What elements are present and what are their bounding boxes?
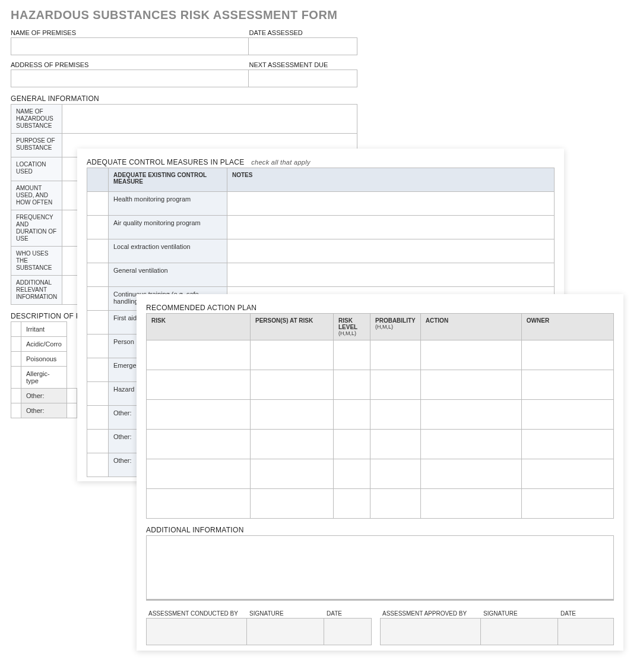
- input-date-2[interactable]: [558, 618, 614, 645]
- label-date: DATE: [558, 609, 614, 618]
- ctrl-check[interactable]: [87, 287, 109, 311]
- heading-additional-info: ADDITIONAL INFORMATION: [146, 526, 614, 534]
- hz-label: Acidic/Corro: [21, 337, 67, 352]
- ctrl-check[interactable]: [87, 358, 109, 382]
- gi-label: NAME OF HAZARDOUS SUBSTANCE: [11, 105, 62, 134]
- ctrl-check[interactable]: [87, 216, 109, 239]
- form-title: HAZARDOUS SUBSTANCES RISK ASSESSMENT FOR…: [11, 8, 357, 22]
- hz-check[interactable]: [11, 403, 21, 418]
- label-date-assessed: DATE ASSESSED: [249, 28, 358, 37]
- ap-row: [147, 400, 614, 430]
- label-signature: SIGNATURE: [247, 609, 324, 618]
- table-hazard: Irritant Acidic/Corro Poisonous Allergic…: [11, 321, 77, 418]
- label-conducted-by: ASSESSMENT CONDUCTED BY: [146, 609, 247, 618]
- ctrl-check[interactable]: [87, 382, 109, 406]
- ctrl-check[interactable]: [87, 239, 109, 263]
- ap-h-prob: PROBABILITY(H,M,L): [370, 314, 421, 340]
- label-date: DATE: [324, 609, 372, 618]
- ctrl-notes[interactable]: [227, 263, 555, 287]
- ctrl-header-notes: NOTES: [227, 168, 555, 192]
- input-date-1[interactable]: [324, 618, 372, 645]
- gi-label: FREQUENCY AND DURATION OF USE: [11, 210, 62, 247]
- ctrl-check[interactable]: [87, 430, 109, 453]
- gi-label: WHO USES THE SUBSTANCE: [11, 247, 62, 276]
- input-signature-1[interactable]: [247, 618, 324, 645]
- input-conducted-by[interactable]: [146, 618, 247, 645]
- ctrl-check[interactable]: [87, 406, 109, 430]
- ap-row: [147, 489, 614, 519]
- input-address-premises[interactable]: [11, 70, 249, 87]
- heading-general-info: GENERAL INFORMATION: [11, 94, 357, 103]
- ctrl-check[interactable]: [87, 335, 109, 358]
- input-name-premises[interactable]: [11, 37, 249, 55]
- ctrl-check[interactable]: [87, 453, 109, 477]
- label-signature: SIGNATURE: [481, 609, 558, 618]
- ctrl-header-chk: [87, 168, 109, 192]
- gi-label: AMOUNT USED, AND HOW OFTEN: [11, 181, 62, 210]
- label-name-premises: NAME OF PREMISES: [11, 28, 249, 37]
- hz-other-value[interactable]: [66, 403, 77, 418]
- hz-label: Allergic-type: [21, 367, 67, 389]
- label-next-due: NEXT ASSESSMENT DUE: [249, 60, 358, 70]
- ctrl-measure: Local extraction ventilation: [109, 239, 227, 263]
- hz-check[interactable]: [11, 337, 21, 352]
- gi-label: ADDITIONAL RELEVANT INFORMATION: [11, 276, 62, 305]
- hz-label: Irritant: [21, 322, 67, 337]
- ctrl-notes[interactable]: [227, 192, 555, 216]
- hz-check[interactable]: [11, 352, 21, 367]
- input-date-assessed[interactable]: [249, 37, 357, 55]
- input-next-due[interactable]: [249, 70, 357, 87]
- hz-check[interactable]: [11, 322, 21, 337]
- heading-action-plan: RECOMMENDED ACTION PLAN: [146, 304, 614, 312]
- table-action-plan: RISK PERSON(S) AT RISK RISK LEVEL(H,M,L)…: [146, 313, 614, 519]
- ap-h-persons: PERSON(S) AT RISK: [251, 314, 334, 340]
- heading-text: ADEQUATE CONTROL MEASURES IN PLACE: [87, 158, 245, 166]
- ap-row: [147, 370, 614, 400]
- gi-value[interactable]: [62, 105, 357, 134]
- ap-h-action: ACTION: [420, 314, 521, 340]
- input-signature-2[interactable]: [481, 618, 558, 645]
- input-approved-by[interactable]: [380, 618, 481, 645]
- ctrl-check[interactable]: [87, 311, 109, 335]
- ctrl-notes[interactable]: [227, 239, 555, 263]
- ctrl-check[interactable]: [87, 263, 109, 287]
- hz-other-value[interactable]: [66, 389, 77, 403]
- page-3: RECOMMENDED ACTION PLAN RISK PERSON(S) A…: [137, 294, 623, 651]
- heading-instr: check all that apply: [251, 159, 311, 166]
- ctrl-measure: General ventilation: [109, 263, 227, 287]
- input-additional-info[interactable]: [146, 535, 614, 601]
- ap-h-risk: RISK: [147, 314, 251, 340]
- ap-row: [147, 340, 614, 370]
- ctrl-measure: Health monitoring program: [109, 192, 227, 216]
- label-address-premises: ADDRESS OF PREMISES: [11, 60, 249, 70]
- hz-check[interactable]: [11, 389, 21, 403]
- ctrl-check[interactable]: [87, 192, 109, 216]
- ctrl-notes[interactable]: [227, 216, 555, 239]
- hz-check[interactable]: [11, 367, 21, 389]
- gi-label: LOCATION USED: [11, 157, 62, 181]
- ap-h-risklevel: RISK LEVEL(H,M,L): [334, 314, 370, 340]
- ctrl-header-measure: ADEQUATE EXISTING CONTROL MEASURE: [109, 168, 227, 192]
- gi-label: PURPOSE OF SUBSTANCE: [11, 134, 62, 157]
- ap-row: [147, 430, 614, 459]
- hz-other-label: Other:: [21, 403, 67, 418]
- hz-label: Poisonous: [21, 352, 67, 367]
- hz-other-label: Other:: [21, 389, 67, 403]
- ap-row: [147, 459, 614, 489]
- ap-h-owner: OWNER: [521, 314, 613, 340]
- label-approved-by: ASSESSMENT APPROVED BY: [380, 609, 481, 618]
- heading-control-measures: ADEQUATE CONTROL MEASURES IN PLACE check…: [87, 158, 555, 166]
- ctrl-measure: Air quality monitoring program: [109, 216, 227, 239]
